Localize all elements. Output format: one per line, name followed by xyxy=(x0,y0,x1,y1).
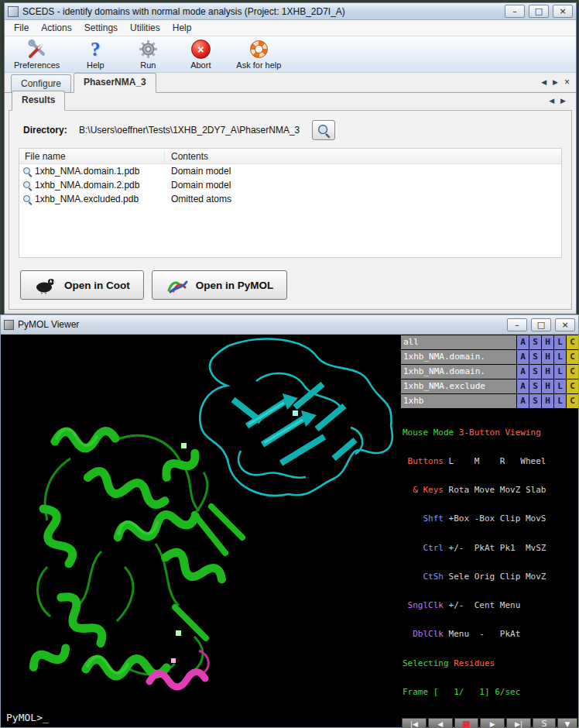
pymol-logo-icon xyxy=(166,276,189,294)
hide-button[interactable]: H xyxy=(542,379,553,393)
go-to-end-button[interactable]: ▶| xyxy=(506,718,531,728)
color-button[interactable]: C xyxy=(567,394,578,408)
sceds-window: SCEDS - identify domains with normal mod… xyxy=(4,2,577,314)
menu-file[interactable]: File xyxy=(8,20,35,36)
show-button[interactable]: S xyxy=(529,350,541,364)
label-button[interactable]: L xyxy=(554,335,566,349)
table-row[interactable]: 1xhb_NMA.excluded.pdb Omitted atoms xyxy=(19,192,561,206)
maximize-button[interactable]: □ xyxy=(529,5,549,18)
tab-prev-icon[interactable]: ◀ xyxy=(541,78,546,86)
tab-next-icon[interactable]: ▶ xyxy=(553,78,558,86)
help-button[interactable]: ? Help xyxy=(78,39,112,70)
action-button[interactable]: A xyxy=(517,350,529,364)
step-back-button[interactable]: ◀ xyxy=(428,718,453,728)
close-button[interactable]: × xyxy=(553,5,573,18)
action-button[interactable]: A xyxy=(517,335,529,349)
sceds-titlebar[interactable]: SCEDS - identify domains with normal mod… xyxy=(5,3,576,20)
table-row[interactable]: 1xhb_NMA.domain.2.pdb Domain model xyxy=(19,178,561,192)
inner-tab-prev-icon[interactable]: ◀ xyxy=(549,97,554,105)
magnifier-icon[interactable] xyxy=(22,194,33,204)
color-button[interactable]: C xyxy=(567,379,578,393)
menu-help[interactable]: Help xyxy=(166,20,198,36)
preferences-button[interactable]: Preferences xyxy=(14,39,60,70)
hide-button[interactable]: H xyxy=(542,365,553,379)
coot-bird-icon xyxy=(34,276,57,294)
object-name[interactable]: 1xhb_NMA.exclude xyxy=(401,379,516,393)
hide-button[interactable]: H xyxy=(542,335,553,349)
menu-utilities[interactable]: Utilities xyxy=(124,20,166,36)
label-button[interactable]: L xyxy=(554,350,566,364)
show-button[interactable]: S xyxy=(529,365,541,379)
object-row: 1xhb_NMA.exclude A S H L C xyxy=(401,379,578,393)
abort-icon: × xyxy=(191,39,211,60)
pymol-command-prompt[interactable]: PyMOL>_ xyxy=(6,712,49,723)
object-name[interactable]: 1xhb_NMA.domain. xyxy=(401,365,516,379)
label-button[interactable]: L xyxy=(554,379,566,393)
mouse-line-label: Shft xyxy=(403,513,449,524)
label-button[interactable]: L xyxy=(554,394,566,408)
open-in-pymol-button[interactable]: Open in PyMOL xyxy=(152,270,288,300)
action-button[interactable]: A xyxy=(517,394,529,408)
maximize-button[interactable]: □ xyxy=(531,318,551,331)
table-row[interactable]: 1xhb_NMA.domain.1.pdb Domain model xyxy=(19,164,561,178)
hide-button[interactable]: H xyxy=(542,350,553,364)
tab-close-icon[interactable]: × xyxy=(564,79,570,86)
abort-label: Abort xyxy=(190,60,211,70)
object-row: all A S H L C xyxy=(401,335,578,349)
color-button[interactable]: C xyxy=(567,365,578,379)
file-table: File name Contents 1xhb_NMA.domain.1.pdb… xyxy=(19,148,562,258)
object-name[interactable]: 1xhb_NMA.domain. xyxy=(401,350,516,364)
magnifier-icon[interactable] xyxy=(22,167,33,177)
selection-marker xyxy=(176,630,181,636)
color-button[interactable]: C xyxy=(567,335,578,349)
browse-directory-button[interactable] xyxy=(312,120,335,140)
panel-menu-button[interactable]: ▼ xyxy=(557,718,577,728)
show-button[interactable]: S xyxy=(529,379,541,393)
scene-button[interactable]: S xyxy=(533,718,556,728)
tab-configure[interactable]: Configure xyxy=(11,74,71,92)
label-button[interactable]: L xyxy=(554,365,566,379)
object-name[interactable]: 1xhb xyxy=(401,394,516,408)
selection-marker xyxy=(171,658,176,663)
mouse-line-label: Ctrl xyxy=(403,543,449,553)
directory-row: Directory: B:\Users\oeffner\Tests\1XHB_2… xyxy=(23,120,562,140)
action-button[interactable]: A xyxy=(517,365,529,379)
hide-button[interactable]: H xyxy=(542,394,553,408)
pymol-window: PyMOL Viewer – □ × xyxy=(0,314,579,728)
magnifier-icon[interactable] xyxy=(22,180,33,191)
mouse-line-value: 3-Button Viewing xyxy=(459,428,541,438)
show-button[interactable]: S xyxy=(529,394,541,408)
close-button[interactable]: × xyxy=(555,318,575,331)
column-file-name: File name xyxy=(19,151,165,162)
selecting-value[interactable]: Residues xyxy=(454,658,495,668)
pymol-titlebar[interactable]: PyMOL Viewer – □ × xyxy=(1,315,578,335)
inner-tab-next-icon[interactable]: ▶ xyxy=(560,97,566,105)
play-button[interactable]: ▶ xyxy=(480,718,505,728)
preferences-label: Preferences xyxy=(14,60,60,70)
tab-phasernma3[interactable]: PhaserNMA_3 xyxy=(74,73,156,93)
minimize-button[interactable]: – xyxy=(505,5,525,18)
action-button[interactable]: A xyxy=(517,379,529,393)
menu-actions[interactable]: Actions xyxy=(35,20,77,36)
abort-button[interactable]: × Abort xyxy=(183,39,218,70)
color-button[interactable]: C xyxy=(567,350,578,364)
open-in-pymol-label: Open in PyMOL xyxy=(196,280,274,291)
object-name[interactable]: all xyxy=(401,335,516,349)
go-to-start-button[interactable]: |◀ xyxy=(402,718,427,728)
pymol-app-icon xyxy=(4,320,14,330)
mouse-line-value: L M R Wheel xyxy=(449,456,546,466)
run-button[interactable]: Run xyxy=(131,39,165,70)
tab-results[interactable]: Results xyxy=(12,91,65,111)
stop-button[interactable]: ■ xyxy=(454,718,479,728)
ask-for-help-button[interactable]: Ask for help xyxy=(236,39,281,70)
mouse-line-label: Buttons xyxy=(403,456,449,466)
menubar: File Actions Settings Utilities Help xyxy=(5,20,576,36)
mouse-line-label: DblClk xyxy=(403,629,449,639)
tab-nav: ◀ ▶ × xyxy=(541,78,570,86)
molecule-viewport[interactable]: PyMOL>_ xyxy=(1,335,401,727)
show-button[interactable]: S xyxy=(529,335,541,349)
open-in-coot-button[interactable]: Open in Coot xyxy=(20,270,144,300)
menu-settings[interactable]: Settings xyxy=(78,20,124,36)
selecting-label[interactable]: Selecting xyxy=(403,658,454,668)
minimize-button[interactable]: – xyxy=(507,318,527,331)
